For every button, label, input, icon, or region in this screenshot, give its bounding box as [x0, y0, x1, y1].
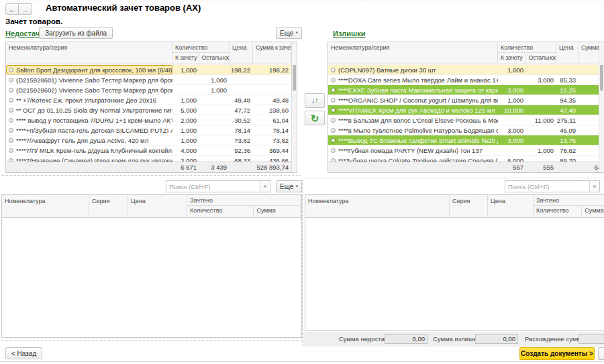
table-row[interactable]: (D215928602) Vivienne Sabo Тестер Маркер…: [6, 85, 297, 95]
load-from-file-button[interactable]: Загрузить из файла: [39, 27, 113, 39]
item-name-cell: ** ОСГ до 01.10.25 Siola dry Normal Ульт…: [6, 105, 172, 115]
column-header-sum[interactable]: Сумма: [254, 206, 301, 217]
column-header-offset[interactable]: Зачтено: [187, 195, 301, 206]
item-icon: [331, 88, 336, 93]
back-button[interactable]: < Назад: [5, 347, 42, 359]
table-row[interactable]: ****DOXA Care series Мыло твердое Лайм и…: [328, 75, 604, 85]
table-row[interactable]: ** ОСГ до 01.10.25 Siola dry Normal Ульт…: [6, 105, 297, 115]
table-row[interactable]: ****Губная помада PARTY (NEW дизайн) тон…: [328, 145, 604, 156]
cell-sum: 61,04: [253, 115, 291, 125]
table-row[interactable]: ****Вывод ТС Влажные салфетки Smart anim…: [328, 135, 604, 145]
cell-sum: [253, 75, 291, 84]
chevron-down-icon: ▾: [295, 184, 298, 189]
table-row[interactable]: ****в Мыло туалетное Palmolive Натуроль …: [328, 125, 604, 135]
refill-button[interactable]: ↻: [305, 111, 325, 125]
item-name-cell: (D215928601) Vivienne Sabo Тестер Маркер…: [6, 75, 172, 84]
clear-search-button[interactable]: ×: [589, 181, 599, 192]
window-bottom-edge: [0, 361, 604, 362]
column-header-sum[interactable]: Сумма: [582, 206, 604, 217]
table-row[interactable]: (CDPLN097) Ватные диски 30 шт1,000: [328, 65, 604, 75]
clear-search-button[interactable]: ×: [260, 181, 270, 192]
column-header-offset[interactable]: Зачтено: [534, 195, 604, 206]
column-header-sum[interactable]: Сумма к зачету: [253, 42, 291, 64]
surpluses-vertical-scrollbar[interactable]: [599, 42, 604, 172]
table-row[interactable]: ****EXXE Зубная паста Максимальная защит…: [328, 85, 604, 95]
table-row[interactable]: (D215928601) Vivienne Sabo Тестер Маркер…: [6, 75, 297, 85]
table-row[interactable]: ****ORGANIC SHOP / Coconut yogurt / Шамп…: [328, 95, 604, 105]
column-header-to-offset[interactable]: К зачету: [172, 53, 199, 64]
column-header-series[interactable]: Серия: [450, 195, 488, 217]
table-row[interactable]: **** вывод у поставщика 7/DURU 1+1 крем-…: [6, 115, 297, 125]
shortages-vertical-scrollbar[interactable]: [291, 42, 297, 172]
item-name: ****+п/Зубная паста-гель детская SILCAME…: [16, 127, 172, 134]
column-header-quantity[interactable]: Количество: [172, 42, 229, 53]
table-row[interactable]: ****VITAMILK Крем для рук Авокадо и моло…: [328, 105, 604, 115]
cell-sum: 369,44: [253, 145, 291, 155]
item-name-cell: ****EXXE Зубная паста Максимальная защит…: [328, 85, 498, 95]
item-icon: [331, 148, 336, 153]
column-header-quantity[interactable]: Количество: [187, 206, 254, 217]
move-items-button[interactable]: ↓↑: [305, 93, 325, 108]
search-input[interactable]: [166, 181, 260, 192]
cell-sum: 73,82: [253, 135, 291, 145]
partial-edge-button[interactable]: [598, 347, 604, 360]
shortages-more-button[interactable]: Еще▾: [276, 27, 302, 39]
matched-shortages-more-button[interactable]: Еще▾: [276, 180, 302, 192]
table-row[interactable]: ****в Бальзам для волос L'Oreal Elseve Р…: [328, 115, 604, 125]
column-header-nomenclature[interactable]: Номенклатура: [305, 195, 450, 217]
table-row[interactable]: ****7/П/ MILK Крем-гель д/душа Клубничны…: [6, 145, 297, 156]
refresh-icon: ↻: [311, 113, 319, 123]
scrollbar-thumb[interactable]: [293, 65, 296, 90]
cell-price: [230, 85, 253, 95]
search-input[interactable]: [505, 181, 589, 192]
table-row[interactable]: ****7/Аквафрут Гель для душа Active, 420…: [6, 135, 297, 145]
column-header-to-offset[interactable]: К зачету: [498, 53, 526, 64]
table-row[interactable]: ****+п/Зубная паста-гель детская SILCAME…: [6, 125, 297, 135]
item-name: ** ОСГ до 01.10.25 Siola dry Normal Ульт…: [16, 107, 172, 114]
horizontal-splitter-bottom[interactable]: [1, 340, 301, 341]
column-header-nomenclature[interactable]: Неменклатура/серия: [6, 42, 172, 64]
column-header-quantity[interactable]: Количество: [498, 42, 556, 53]
cell-price: 85,33: [556, 75, 578, 84]
cell-to: 3,000: [498, 85, 526, 95]
column-header-quantity[interactable]: Количество: [534, 206, 582, 217]
cell-rest: 1,000: [526, 145, 556, 155]
column-header-rest[interactable]: Остальное: [199, 53, 229, 64]
forward-nav-button[interactable]: →: [19, 3, 32, 15]
cell-to: 1,000: [172, 135, 199, 145]
table-row[interactable]: ***Зубная щетка Colgate Тройное действие…: [328, 156, 604, 162]
horizontal-splitter-left[interactable]: [1, 175, 301, 176]
vertical-splitter[interactable]: [302, 180, 303, 345]
surpluses-table: Неменклатура/серия Количество К зачету О…: [328, 42, 604, 173]
column-header-price[interactable]: Цена: [128, 195, 187, 217]
column-header-nomenclature[interactable]: Номенклатура: [2, 195, 89, 217]
column-header-nomenclature[interactable]: Неменклатура/серия: [328, 42, 498, 64]
table-row[interactable]: Salton Sport Дезодорант для кроссовок, 1…: [6, 65, 297, 75]
column-header-series[interactable]: Серия: [89, 195, 128, 217]
item-icon: [331, 108, 336, 113]
column-header-price[interactable]: Цена: [556, 42, 578, 64]
back-nav-button[interactable]: ←: [5, 3, 19, 15]
scrollbar-thumb[interactable]: [600, 65, 603, 90]
horizontal-splitter-right[interactable]: [305, 178, 604, 178]
item-name-cell: ****Губная помада PARTY (NEW дизайн) тон…: [328, 145, 498, 155]
cell-rest: 1,000: [199, 85, 230, 95]
window-top-edge: [0, 1, 604, 1]
column-header-price[interactable]: Цена: [230, 42, 253, 64]
totals-spacer: [6, 162, 172, 172]
item-name: ****EXXE Зубная паста Максимальная защит…: [338, 86, 498, 94]
table-row[interactable]: ** +7/Котекс Еж. прокл Ультратонкие Део …: [6, 95, 297, 105]
table-row[interactable]: ****7/Название (Синамед) Идея крем для р…: [6, 156, 297, 162]
cell-to: 1,000: [172, 65, 199, 74]
column-header-rest[interactable]: Остальное: [526, 53, 556, 64]
create-documents-button[interactable]: Создать документы >: [519, 347, 595, 360]
cell-rest: [526, 125, 556, 135]
item-name: ****ORGANIC SHOP / Coconut yogurt / Шамп…: [338, 97, 498, 104]
cell-to: 2,000: [172, 156, 199, 162]
surpluses-link[interactable]: Излишки: [333, 29, 365, 38]
column-header-price[interactable]: Цена: [488, 195, 534, 217]
surpluses-totals-row: 567 555 64: [328, 162, 604, 172]
cell-price: 73,82: [230, 135, 253, 145]
cell-sum: 49,48: [253, 95, 291, 105]
totals-price: [556, 162, 578, 172]
